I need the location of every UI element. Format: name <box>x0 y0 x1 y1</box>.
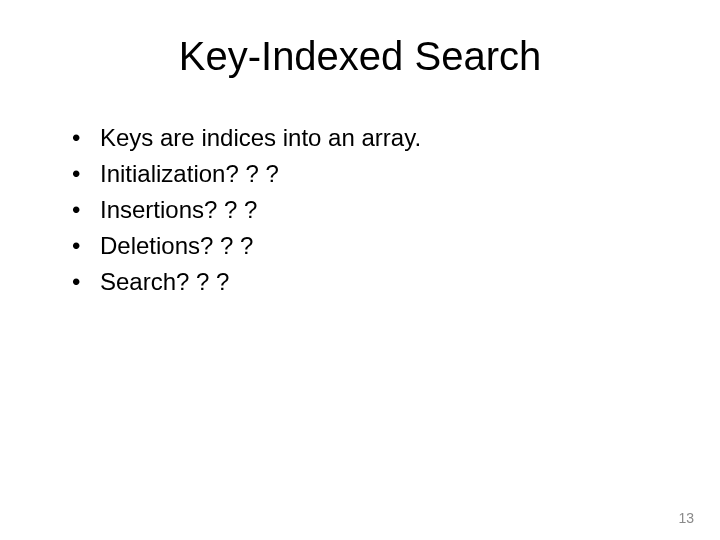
slide-container: Key-Indexed Search Keys are indices into… <box>0 0 720 540</box>
list-item: Search? ? ? <box>72 267 670 297</box>
list-item: Keys are indices into an array. <box>72 123 670 153</box>
list-item: Insertions? ? ? <box>72 195 670 225</box>
bullet-list: Keys are indices into an array. Initiali… <box>50 123 670 297</box>
list-item: Deletions? ? ? <box>72 231 670 261</box>
list-item: Initialization? ? ? <box>72 159 670 189</box>
page-number: 13 <box>678 510 694 526</box>
slide-title: Key-Indexed Search <box>50 34 670 79</box>
